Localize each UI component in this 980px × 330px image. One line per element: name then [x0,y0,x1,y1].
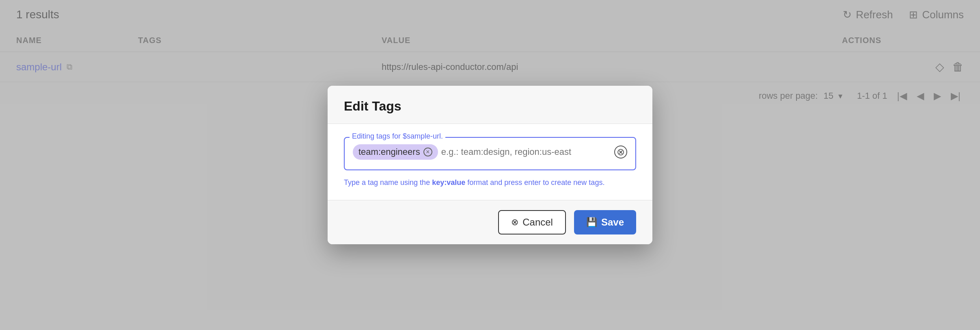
cancel-icon: ⊗ [511,217,518,228]
hint-text: Type a tag name using the key:value form… [344,178,636,187]
hint-suffix: format and press enter to create new tag… [465,178,604,187]
tag-input-area[interactable]: team:engineers × ⊗ [351,141,629,163]
modal-footer: ⊗ Cancel 💾 Save [328,200,652,244]
tag-text-input[interactable] [441,147,611,157]
modal-header: Edit Tags [328,86,652,124]
modal-overlay: Edit Tags Editing tags for $sample-url. … [0,0,980,330]
save-button[interactable]: 💾 Save [574,210,636,234]
modal-title: Edit Tags [344,99,401,113]
fieldset-legend: Editing tags for $sample-url. [350,132,445,141]
tag-chip-label: team:engineers [358,147,420,157]
cancel-label: Cancel [522,217,553,228]
tags-fieldset: Editing tags for $sample-url. team:engin… [344,137,636,170]
cancel-button[interactable]: ⊗ Cancel [498,210,566,234]
edit-tags-modal: Edit Tags Editing tags for $sample-url. … [328,86,652,244]
save-label: Save [601,217,624,228]
hint-bold: key:value [432,178,465,187]
clear-all-button[interactable]: ⊗ [614,145,627,158]
tag-remove-button[interactable]: × [423,148,432,156]
modal-body: Editing tags for $sample-url. team:engin… [328,124,652,200]
hint-prefix: Type a tag name using the [344,178,432,187]
save-icon: 💾 [586,217,597,228]
tag-chip: team:engineers × [353,144,438,160]
